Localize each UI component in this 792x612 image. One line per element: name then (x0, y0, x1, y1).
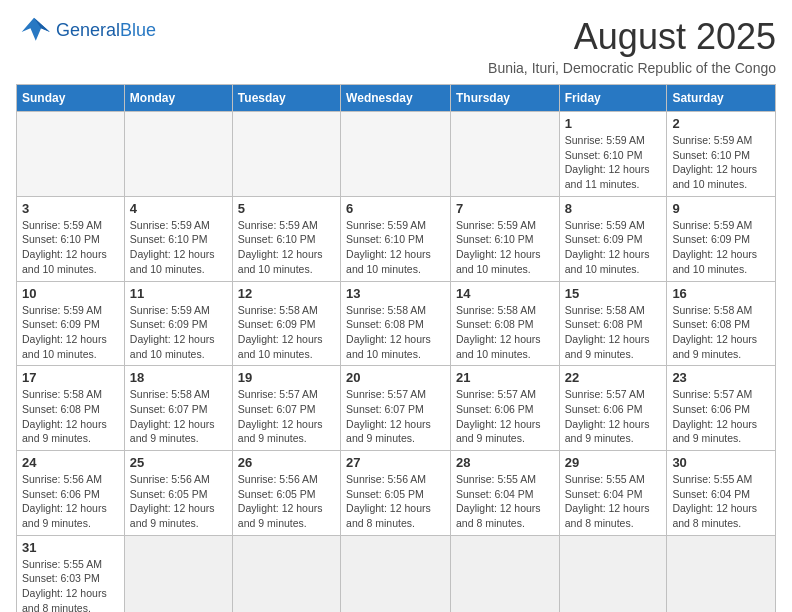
day-info: Sunrise: 5:58 AM Sunset: 6:08 PM Dayligh… (22, 387, 119, 446)
calendar-cell: 9Sunrise: 5:59 AM Sunset: 6:09 PM Daylig… (667, 196, 776, 281)
day-number: 29 (565, 455, 662, 470)
calendar-cell (232, 112, 340, 197)
day-number: 18 (130, 370, 227, 385)
calendar-cell: 29Sunrise: 5:55 AM Sunset: 6:04 PM Dayli… (559, 451, 667, 536)
calendar-cell (341, 112, 451, 197)
calendar-cell: 12Sunrise: 5:58 AM Sunset: 6:09 PM Dayli… (232, 281, 340, 366)
day-number: 23 (672, 370, 770, 385)
day-number: 21 (456, 370, 554, 385)
day-info: Sunrise: 5:56 AM Sunset: 6:05 PM Dayligh… (130, 472, 227, 531)
calendar-week-5: 24Sunrise: 5:56 AM Sunset: 6:06 PM Dayli… (17, 451, 776, 536)
calendar-cell (559, 535, 667, 612)
calendar-cell: 4Sunrise: 5:59 AM Sunset: 6:10 PM Daylig… (124, 196, 232, 281)
title-block: August 2025 Bunia, Ituri, Democratic Rep… (488, 16, 776, 76)
day-number: 28 (456, 455, 554, 470)
day-number: 11 (130, 286, 227, 301)
calendar-cell: 1Sunrise: 5:59 AM Sunset: 6:10 PM Daylig… (559, 112, 667, 197)
logo-blue: Blue (120, 20, 156, 40)
day-header-sunday: Sunday (17, 85, 125, 112)
calendar-cell: 31Sunrise: 5:55 AM Sunset: 6:03 PM Dayli… (17, 535, 125, 612)
day-info: Sunrise: 5:58 AM Sunset: 6:08 PM Dayligh… (672, 303, 770, 362)
day-info: Sunrise: 5:58 AM Sunset: 6:08 PM Dayligh… (456, 303, 554, 362)
day-number: 6 (346, 201, 445, 216)
day-number: 8 (565, 201, 662, 216)
calendar-cell: 28Sunrise: 5:55 AM Sunset: 6:04 PM Dayli… (450, 451, 559, 536)
header: GeneralBlue August 2025 Bunia, Ituri, De… (16, 16, 776, 76)
day-info: Sunrise: 5:57 AM Sunset: 6:06 PM Dayligh… (672, 387, 770, 446)
day-number: 31 (22, 540, 119, 555)
day-info: Sunrise: 5:58 AM Sunset: 6:08 PM Dayligh… (346, 303, 445, 362)
day-header-thursday: Thursday (450, 85, 559, 112)
day-info: Sunrise: 5:59 AM Sunset: 6:10 PM Dayligh… (672, 133, 770, 192)
calendar-cell: 10Sunrise: 5:59 AM Sunset: 6:09 PM Dayli… (17, 281, 125, 366)
calendar-week-1: 1Sunrise: 5:59 AM Sunset: 6:10 PM Daylig… (17, 112, 776, 197)
day-info: Sunrise: 5:55 AM Sunset: 6:04 PM Dayligh… (456, 472, 554, 531)
day-info: Sunrise: 5:58 AM Sunset: 6:07 PM Dayligh… (130, 387, 227, 446)
calendar-cell: 7Sunrise: 5:59 AM Sunset: 6:10 PM Daylig… (450, 196, 559, 281)
day-number: 9 (672, 201, 770, 216)
day-number: 25 (130, 455, 227, 470)
day-info: Sunrise: 5:57 AM Sunset: 6:07 PM Dayligh… (238, 387, 335, 446)
day-number: 14 (456, 286, 554, 301)
day-number: 15 (565, 286, 662, 301)
day-info: Sunrise: 5:55 AM Sunset: 6:04 PM Dayligh… (565, 472, 662, 531)
day-number: 13 (346, 286, 445, 301)
calendar-cell: 18Sunrise: 5:58 AM Sunset: 6:07 PM Dayli… (124, 366, 232, 451)
day-header-wednesday: Wednesday (341, 85, 451, 112)
calendar-cell: 14Sunrise: 5:58 AM Sunset: 6:08 PM Dayli… (450, 281, 559, 366)
day-info: Sunrise: 5:59 AM Sunset: 6:10 PM Dayligh… (565, 133, 662, 192)
calendar-cell: 5Sunrise: 5:59 AM Sunset: 6:10 PM Daylig… (232, 196, 340, 281)
day-info: Sunrise: 5:57 AM Sunset: 6:06 PM Dayligh… (456, 387, 554, 446)
calendar-cell (341, 535, 451, 612)
day-info: Sunrise: 5:58 AM Sunset: 6:09 PM Dayligh… (238, 303, 335, 362)
day-info: Sunrise: 5:57 AM Sunset: 6:07 PM Dayligh… (346, 387, 445, 446)
calendar-cell (232, 535, 340, 612)
calendar-cell (450, 535, 559, 612)
calendar-cell: 30Sunrise: 5:55 AM Sunset: 6:04 PM Dayli… (667, 451, 776, 536)
calendar-cell: 20Sunrise: 5:57 AM Sunset: 6:07 PM Dayli… (341, 366, 451, 451)
logo-general: General (56, 20, 120, 40)
calendar-body: 1Sunrise: 5:59 AM Sunset: 6:10 PM Daylig… (17, 112, 776, 613)
calendar-cell (124, 112, 232, 197)
day-info: Sunrise: 5:59 AM Sunset: 6:09 PM Dayligh… (130, 303, 227, 362)
day-number: 17 (22, 370, 119, 385)
calendar-week-4: 17Sunrise: 5:58 AM Sunset: 6:08 PM Dayli… (17, 366, 776, 451)
day-number: 16 (672, 286, 770, 301)
day-number: 1 (565, 116, 662, 131)
day-header-friday: Friday (559, 85, 667, 112)
day-info: Sunrise: 5:59 AM Sunset: 6:10 PM Dayligh… (346, 218, 445, 277)
calendar-cell: 8Sunrise: 5:59 AM Sunset: 6:09 PM Daylig… (559, 196, 667, 281)
calendar-cell: 6Sunrise: 5:59 AM Sunset: 6:10 PM Daylig… (341, 196, 451, 281)
logo-text: GeneralBlue (56, 21, 156, 41)
day-info: Sunrise: 5:59 AM Sunset: 6:09 PM Dayligh… (565, 218, 662, 277)
day-info: Sunrise: 5:57 AM Sunset: 6:06 PM Dayligh… (565, 387, 662, 446)
day-number: 22 (565, 370, 662, 385)
day-number: 10 (22, 286, 119, 301)
calendar-cell: 24Sunrise: 5:56 AM Sunset: 6:06 PM Dayli… (17, 451, 125, 536)
day-header-tuesday: Tuesday (232, 85, 340, 112)
day-info: Sunrise: 5:59 AM Sunset: 6:09 PM Dayligh… (22, 303, 119, 362)
day-info: Sunrise: 5:55 AM Sunset: 6:04 PM Dayligh… (672, 472, 770, 531)
day-info: Sunrise: 5:59 AM Sunset: 6:09 PM Dayligh… (672, 218, 770, 277)
day-info: Sunrise: 5:55 AM Sunset: 6:03 PM Dayligh… (22, 557, 119, 612)
calendar-header-row: SundayMondayTuesdayWednesdayThursdayFrid… (17, 85, 776, 112)
calendar-cell (124, 535, 232, 612)
day-number: 4 (130, 201, 227, 216)
day-number: 12 (238, 286, 335, 301)
day-number: 5 (238, 201, 335, 216)
day-header-monday: Monday (124, 85, 232, 112)
day-info: Sunrise: 5:59 AM Sunset: 6:10 PM Dayligh… (456, 218, 554, 277)
day-number: 30 (672, 455, 770, 470)
calendar-cell: 19Sunrise: 5:57 AM Sunset: 6:07 PM Dayli… (232, 366, 340, 451)
calendar-cell: 16Sunrise: 5:58 AM Sunset: 6:08 PM Dayli… (667, 281, 776, 366)
day-number: 2 (672, 116, 770, 131)
day-number: 3 (22, 201, 119, 216)
calendar-cell (17, 112, 125, 197)
calendar-cell: 22Sunrise: 5:57 AM Sunset: 6:06 PM Dayli… (559, 366, 667, 451)
location: Bunia, Ituri, Democratic Republic of the… (488, 60, 776, 76)
day-number: 20 (346, 370, 445, 385)
day-number: 19 (238, 370, 335, 385)
calendar-cell: 3Sunrise: 5:59 AM Sunset: 6:10 PM Daylig… (17, 196, 125, 281)
calendar-week-6: 31Sunrise: 5:55 AM Sunset: 6:03 PM Dayli… (17, 535, 776, 612)
calendar-cell: 21Sunrise: 5:57 AM Sunset: 6:06 PM Dayli… (450, 366, 559, 451)
